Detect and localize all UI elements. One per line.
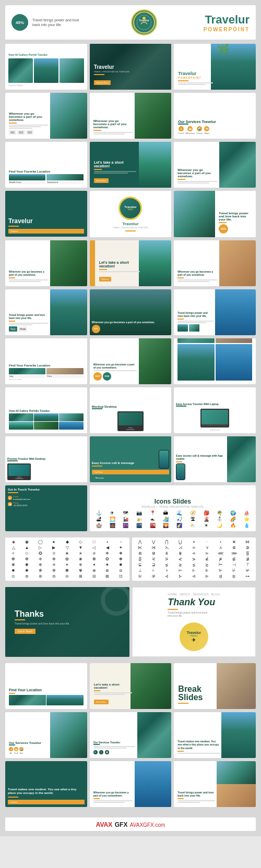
slide-hero-dark[interactable]: Travelur TRAVEL PRESENTATION TEMPLATE Ex… — [90, 44, 172, 90]
icons-grid-secondary: 🏰 🌉 🌆 🌃 🌇 🌄 🌠 ⛅ ☀ 🌙 🔥 💧 — [93, 523, 253, 528]
slide-thank-you[interactable]: HOME · ABOUT · SERVICES · BLOG Thank You… — [132, 587, 256, 657]
slide-text-img-right[interactable]: Travel brings power and love back into y… — [174, 191, 256, 237]
slide-services1[interactable]: Our Services Travelur ✈ Air 🏔 Trek 🌊 Sea — [5, 712, 87, 758]
slide-phone-btn2[interactable]: Message — [93, 475, 170, 480]
mini-icon-57: ⊛ — [34, 574, 46, 579]
mini-icon-r33: ⋠ — [201, 557, 213, 561]
icon-night: 🌃 — [133, 523, 146, 528]
slide-mockup-phone[interactable]: Easy Access call & message Call Now Mess… — [90, 436, 172, 482]
slide-circle-badge[interactable]: Wherever you go becomes a part of you so… — [90, 338, 172, 384]
mini-icon-21: ✪ — [34, 551, 46, 556]
slide-brand-teal-btn[interactable]: Explore — [8, 229, 84, 234]
mini-icon-6: ◇ — [75, 540, 87, 544]
slides-row-8: View All Gallery Porfolio Travelur Mocku… — [5, 387, 256, 433]
mini-icon-r49: ⊨ — [174, 568, 187, 573]
slide-text-title-6: Travel brings power and love back into y… — [9, 313, 49, 320]
slide-vacation-yellow-btn[interactable]: Explore — [99, 277, 112, 282]
slide-text-img-4[interactable]: Wherever you go becomes a part of you so… — [5, 240, 87, 286]
short-vacation-btn[interactable]: Book Now — [94, 700, 109, 704]
icon-castle: 🏰 — [93, 523, 105, 528]
slide-break[interactable]: Break Slides — [174, 663, 256, 709]
find-location-title: Find Your Location — [9, 688, 84, 692]
slide-text-img-2[interactable]: Wherever you go becomes a part of you so… — [90, 93, 172, 139]
mini-icon-r63: ⊶ — [241, 574, 254, 579]
slide-gallery2[interactable]: View All Gallery Porfolio Travelur — [5, 387, 87, 433]
slide-img-collection[interactable]: Travel brings power and love back into y… — [174, 761, 256, 807]
slide-text-img-7[interactable]: Travel brings power and love back into y… — [174, 289, 256, 335]
thank-you-circle: Travelur TRAVEL ✈ — [180, 622, 208, 651]
mini-icon-r13: ⋌ — [174, 545, 187, 550]
slide-short-vacation[interactable]: Let's take a short vacation! Book Now — [90, 663, 172, 709]
slide-img-main[interactable]: Wherever you go becomes a part of you so… — [90, 289, 172, 335]
slide-location-grid[interactable]: Find Your Favorite Location Italy Paris … — [5, 338, 87, 384]
slide-services2[interactable]: Our Services Travelur 🗺 📷 🧭 — [90, 712, 172, 758]
mini-icon-47: ✺ — [21, 568, 33, 573]
mini-icon-52: ⊕ — [88, 568, 100, 573]
mini-icon-15: ▼ — [75, 545, 87, 550]
mini-icon-59: ⊝ — [61, 574, 74, 579]
mini-icon-56: ⊚ — [21, 574, 33, 579]
slide-travel-quote[interactable]: Travel makes one modest. You see what a … — [174, 712, 256, 758]
slide-mockup-laptop[interactable]: Easy Access Travelur With Laptop ★★★★★ — [174, 387, 256, 433]
slide-text-img-5[interactable]: Wherever you go becomes a part of you so… — [174, 240, 256, 286]
thanks-btn[interactable]: Get In Touch — [15, 629, 35, 634]
mini-icon-41: ✴ — [61, 563, 74, 567]
mini-icon-32: ✿ — [61, 557, 74, 561]
slide-img-main-badge: 57% — [92, 325, 100, 333]
slides-row-9: Preview Travelur With Desktop Easy Acces… — [5, 436, 256, 482]
icon-palm: 🌴 — [213, 510, 226, 516]
quote-teal-title: Travel makes one modest. You see what a … — [8, 788, 85, 796]
slide-phone-btn[interactable]: Call Now — [92, 470, 170, 474]
mini-icon-2: ◉ — [21, 540, 33, 544]
icon-island: 🏝 — [187, 517, 199, 522]
slide-portfolio[interactable]: Our Porfolio Travelur — [174, 338, 256, 384]
icon-tent: 🏕 — [93, 517, 105, 522]
slide-get-in-touch[interactable]: Get In Touch Travelur @ Email travelur@m… — [5, 485, 87, 531]
quote-teal-btn[interactable]: Explore — [8, 800, 85, 804]
slide-text-img-6[interactable]: Travel brings power and love back into y… — [5, 289, 87, 335]
slide-mockup-phone2[interactable]: Easy access call & message with App mobi… — [174, 436, 256, 482]
slide-services-title: Our Services Travelur — [178, 120, 252, 124]
header-logo-area: 45% Travel brings power and love back in… — [11, 14, 85, 31]
slide-text-title-5: Wherever you go becomes a part of you so… — [177, 270, 217, 276]
thanks-desc: Travel brings power and love back into y… — [15, 622, 78, 625]
slide-mockup-desktop2[interactable]: Preview Travelur With Desktop — [5, 436, 87, 482]
slide-thanks[interactable]: Thanks Travel brings power and love back… — [5, 587, 129, 657]
slide-quote-teal[interactable]: Travel makes one modest. You see what a … — [5, 761, 87, 807]
slides-row-6: Travel brings power and love back into y… — [5, 289, 256, 335]
icon-city: 🌆 — [120, 523, 132, 528]
slide-vacation-dark[interactable]: Let's take a short vacation! Book Now — [90, 142, 172, 188]
slide-img-main-title: Wherever you go becomes a part of you so… — [92, 321, 170, 324]
slide-brand-teal[interactable]: Travelur Explore — [5, 191, 87, 237]
slide-text-img-3[interactable]: Wherever you go becomes a part of you so… — [174, 142, 256, 188]
slide-vacation-yellow[interactable]: Let's take a short vacation! Explore — [90, 240, 172, 286]
header-circle-logo: Travelur — [131, 9, 157, 35]
header-tagline: Travel brings power and love back into y… — [32, 18, 85, 27]
contact-icons-row: Get In Touch Travelur @ Email travelur@m… — [5, 485, 256, 531]
avax-brand-black: GFX — [115, 821, 128, 828]
icon-bag: 🎒 — [200, 510, 212, 516]
mini-icon-50: ✽ — [61, 568, 74, 573]
slide-services[interactable]: Our Services Travelur ✈ Travel 🏔 Adventu… — [174, 93, 256, 139]
slide-brand-circle-title: Travelur — [122, 222, 138, 226]
mini-icon-r36: ⋣ — [241, 557, 254, 561]
slide-location[interactable]: Find Your Favorite Location Amalfi Coast… — [5, 142, 87, 188]
mini-icon-r1: ⋀ — [134, 540, 147, 544]
slide-vacation-btn[interactable]: Book Now — [94, 178, 109, 183]
slide-text-img-1[interactable]: Wherever you go becomes a part of you so… — [5, 93, 87, 139]
slide-text-title-4: Wherever you go becomes a part of you so… — [9, 270, 49, 276]
slide-text-title-1: Wherever you go becomes a part of you so… — [9, 112, 49, 121]
icon-rainbow: 🌈 — [227, 517, 240, 522]
slide-gallery[interactable]: View All Gallery Porfoli Travelur Travel… — [5, 44, 87, 90]
slide-find-location[interactable]: Find Your Location — [5, 663, 87, 709]
slide-wherever[interactable]: Wherever you go becomes a part of you so… — [90, 761, 172, 807]
mini-icon-58: ⊜ — [48, 574, 60, 579]
slide-brand-circle[interactable]: Travelur TRAVEL Travelur TRAVEL PRESENTA… — [90, 191, 172, 237]
page-wrapper: 45% Travel brings power and love back in… — [0, 0, 261, 836]
mini-icon-r24: ⋗ — [201, 551, 213, 556]
slide-hero-btn[interactable]: Explore Now — [94, 80, 111, 85]
mini-icon-r14: ⋍ — [187, 545, 200, 550]
slide-icons-main[interactable]: Icons Slides TRAVELUR — TRAVEL PRESENTAT… — [90, 485, 256, 531]
slide-title-main[interactable]: Travelur POWERPOINT 🌿 — [174, 44, 256, 90]
slide-mockup-desktop[interactable]: Mockup Desktop — [90, 387, 172, 433]
